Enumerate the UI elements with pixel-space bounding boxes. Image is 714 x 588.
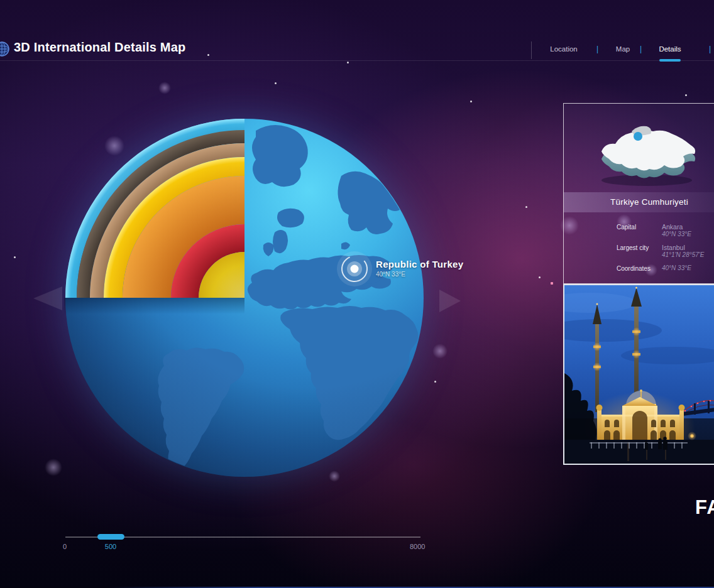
country-title-bar: Türkiye Cumhuriyeti xyxy=(564,192,714,212)
detail-label: Coordinates xyxy=(617,264,662,272)
nav-separator: | xyxy=(596,45,598,53)
prev-arrow-button[interactable] xyxy=(33,286,62,310)
globe-3d[interactable] xyxy=(60,113,437,490)
detail-coords: 41°1'N 28°57'E xyxy=(662,251,704,259)
marker-coords: 40°N 33°E xyxy=(376,271,463,278)
nav-divider xyxy=(531,41,532,59)
detail-row-coordinates: Coordinates 40°N 33°E xyxy=(617,264,712,272)
country-marker[interactable] xyxy=(337,251,372,286)
detail-coords: 40°N 33°E xyxy=(662,231,691,238)
country-card: Türkiye Cumhuriyeti Capital Ankara 40°N … xyxy=(563,103,714,284)
star xyxy=(14,256,16,258)
next-arrow-button[interactable] xyxy=(439,290,461,312)
detail-coords: 40°N 33°E xyxy=(662,264,691,272)
screen: 3D International Details Map Location | … xyxy=(0,0,714,588)
depth-slider[interactable]: 0 500 8000 xyxy=(65,531,421,556)
country-map-3d xyxy=(583,112,708,194)
facts-heading: FA xyxy=(695,496,714,519)
slider-value-label: 500 xyxy=(101,543,120,550)
detail-row-capital: Capital Ankara 40°N 33°E xyxy=(617,223,712,238)
slider-max-label: 8000 xyxy=(410,543,425,550)
earth-core-cutaway xyxy=(65,119,244,298)
marker-label: Republic of Turkey 40°N 33°E xyxy=(376,259,463,278)
marker-title: Republic of Turkey xyxy=(376,259,463,270)
cutaway-shadow xyxy=(64,298,244,314)
detail-label: Capital xyxy=(617,223,662,238)
page-title: 3D International Details Map xyxy=(14,40,185,55)
star xyxy=(551,282,553,285)
nav-item-details[interactable]: Details xyxy=(647,45,693,53)
slider-min-label: 0 xyxy=(63,543,67,550)
capital-dot xyxy=(634,132,642,141)
star xyxy=(539,276,541,278)
nav-item-map[interactable]: Map xyxy=(603,45,642,53)
nav-separator: | xyxy=(640,45,642,53)
mosque-photo xyxy=(564,285,714,465)
star xyxy=(470,101,472,102)
globe-logo-icon xyxy=(0,41,10,57)
photo-card xyxy=(563,284,714,465)
nav-item-location[interactable]: Location xyxy=(539,45,589,53)
bokeh-glow xyxy=(158,82,171,94)
detail-label: Largest city xyxy=(617,244,662,259)
main-nav: Location | Map | Details | xyxy=(531,38,714,63)
slider-handle[interactable] xyxy=(97,534,124,540)
active-tab-underline xyxy=(659,59,681,62)
detail-row-largest-city: Largest city Istanbul 41°1'N 28°57'E xyxy=(617,244,712,259)
star xyxy=(207,54,209,56)
country-details: Capital Ankara 40°N 33°E Largest city Is… xyxy=(617,223,712,278)
star xyxy=(347,62,349,63)
star xyxy=(685,94,687,96)
detail-value: Ankara xyxy=(662,223,691,231)
star xyxy=(525,206,527,208)
star xyxy=(275,82,277,84)
nav-separator: | xyxy=(709,45,711,53)
detail-value: Istanbul xyxy=(662,244,704,251)
